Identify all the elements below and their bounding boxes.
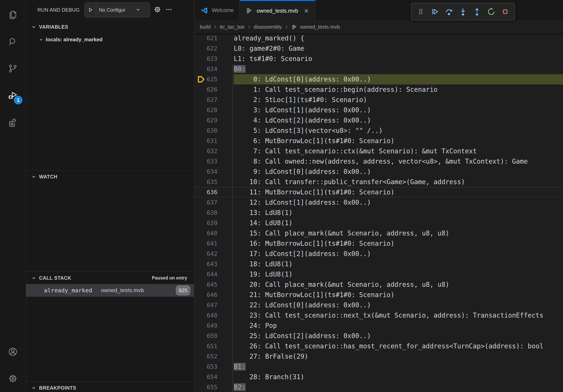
restart-button[interactable] [485,5,498,18]
gutter: 646 [195,290,234,300]
activity-item-search[interactable] [0,28,26,55]
gutter: 639 [195,218,234,228]
code-line-644[interactable]: 644 19: LdU8(1) [195,269,563,279]
line-number: 626 [207,84,218,95]
activity-item-files[interactable] [0,1,26,28]
activity-item-account[interactable] [0,338,26,365]
more-actions-icon[interactable] [165,6,173,14]
tab-welcome[interactable]: Welcome [195,0,240,21]
code-rows: 621already_marked() {622L0: game#2#0: Ga… [195,33,563,392]
line-number: 624 [207,64,218,74]
breadcrumb-item[interactable]: tic_tac_toe [220,24,245,30]
close-icon[interactable] [303,8,309,14]
gripper-handle[interactable] [414,5,427,18]
breakpoints-section-header[interactable]: BREAKPOINTS [26,381,194,392]
code-line-635[interactable]: 635 10: Call transfer::public_transfer<G… [195,177,563,187]
code-line-text: 4: LdConst[2](address: 0x00..) [234,115,563,126]
code-line-646[interactable]: 646 21: MutBorrowLoc[1](ts#1#0: Scenario… [195,290,563,300]
code-line-650[interactable]: 650 25: LdConst[2](address: 0x00..) [195,331,563,341]
code-line-text: 0: LdConst[0](address: 0x00..) [234,74,563,84]
search-icon [8,37,18,47]
code-line-636[interactable]: 636 11: MutBorrowLoc[1](ts#1#0: Scenario… [195,187,563,197]
step-over-button[interactable] [443,5,455,18]
code-line-647[interactable]: 647 22: LdConst[0](address: 0x00..) [195,300,563,310]
line-number: 651 [207,341,218,351]
code-line-653[interactable]: 653B1: [195,362,563,372]
code-line-text: 9: LdConst[0](address: 0x00..) [234,167,563,177]
gutter: 624 [195,64,234,74]
code-line-645[interactable]: 645 20: Call place_mark(&mut Scenario, a… [195,279,563,290]
code-line-623[interactable]: 623L1: ts#1#0: Scenario [195,54,563,64]
chevron-right-icon [283,24,289,30]
watch-section-label: WATCH [39,174,57,180]
code-line-652[interactable]: 652 27: BrFalse(29) [195,351,563,362]
variables-locals-scope[interactable]: locals: already_marked [26,33,194,46]
gutter: 623 [195,54,234,64]
activity-item-debug[interactable]: 1 [0,82,26,109]
gutter: 622 [195,43,234,54]
debug-settings-gear-icon[interactable] [154,6,161,14]
code-line-text: 20: Call place_mark(&mut Scenario, addre… [234,279,563,290]
activity-item-settings-gear[interactable] [0,365,26,392]
start-debug-icon[interactable] [85,3,96,17]
code-line-626[interactable]: 626 1: Call test_scenario::begin(address… [195,84,563,95]
watch-section-header[interactable]: WATCH [26,170,194,183]
block-label: B0: [234,65,246,73]
gutter: 645 [195,279,234,290]
gutter: 631 [195,136,234,146]
gutter: 641 [195,238,234,249]
code-line-text: 19: LdU8(1) [234,269,563,279]
code-line-648[interactable]: 648 23: Call test_scenario::next_tx(&mut… [195,310,563,321]
tab-owned-tests-mvb[interactable]: owned_tests.mvb [240,0,315,21]
code-line-621[interactable]: 621already_marked() { [195,33,563,43]
debug-config-dropdown[interactable]: No Configur [84,2,150,17]
code-editor[interactable]: 621already_marked() {622L0: game#2#0: Ga… [195,33,563,392]
activity-item-extensions[interactable] [0,109,26,136]
code-line-639[interactable]: 639 14: LdU8(1) [195,218,563,228]
step-out-button[interactable] [471,5,483,18]
line-number: 649 [207,321,218,331]
call-stack-frame[interactable]: already_marked owned_tests.mvb 625 [26,284,194,297]
code-line-649[interactable]: 649 24: Pop [195,321,563,331]
breadcrumb-item[interactable]: owned_tests.mvb [300,24,340,30]
code-line-654[interactable]: 654 28: Branch(31) [195,372,563,382]
code-line-643[interactable]: 643 18: LdU8(1) [195,259,563,269]
code-line-628[interactable]: 628 3: LdConst[1](address: 0x00..) [195,105,563,115]
code-line-655[interactable]: 655B2: [195,382,563,392]
variables-section-header[interactable]: VARIABLES [26,21,194,33]
code-line-627[interactable]: 627 2: StLoc[1](ts#1#0: Scenario) [195,95,563,105]
code-line-633[interactable]: 633 8: Call owned::new(address, address,… [195,156,563,167]
stop-button[interactable] [499,5,512,18]
step-into-button[interactable] [457,5,469,18]
line-number: 629 [207,115,218,126]
code-line-625[interactable]: 625 0: LdConst[0](address: 0x00..) [195,74,563,84]
call-stack-section-header[interactable]: CALL STACK Paused on entry [26,271,194,284]
code-line-631[interactable]: 631 6: MutBorrowLoc[1](ts#1#0: Scenario) [195,136,563,146]
chevron-down-icon [135,6,142,13]
code-line-640[interactable]: 640 15: Call place_mark(&mut Scenario, a… [195,228,563,238]
code-line-text: 5: LdConst[3](vector<u8>: "" /..) [234,126,563,136]
chevron-down-icon [31,384,38,391]
sidebar-header: RUN AND DEBUG No Configur [26,0,194,20]
code-line-624[interactable]: 624B0: [195,64,563,74]
code-line-637[interactable]: 637 12: LdConst[1](address: 0x00..) [195,197,563,208]
call-stack-section-label: CALL STACK [39,275,71,281]
code-line-638[interactable]: 638 13: LdU8(1) [195,208,563,218]
code-line-641[interactable]: 641 16: MutBorrowLoc[1](ts#1#0: Scenario… [195,238,563,249]
breadcrumb-item[interactable]: disassembly [254,24,282,30]
files-icon [8,10,18,20]
code-line-629[interactable]: 629 4: LdConst[2](address: 0x00..) [195,115,563,126]
code-line-622[interactable]: 622L0: game#2#0: Game [195,43,563,54]
code-line-634[interactable]: 634 9: LdConst[0](address: 0x00..) [195,167,563,177]
continue-button[interactable] [428,5,441,18]
activity-item-source-control[interactable] [0,55,26,82]
code-line-630[interactable]: 630 5: LdConst[3](vector<u8>: "" /..) [195,126,563,136]
code-line-632[interactable]: 632 7: Call test_scenario::ctx(&mut Scen… [195,146,563,156]
code-line-text: 11: MutBorrowLoc[1](ts#1#0: Scenario) [234,187,563,197]
breadcrumb-item[interactable]: build [200,24,211,30]
gutter: 625 [195,74,234,84]
code-line-642[interactable]: 642 17: LdConst[2](address: 0x00..) [195,249,563,259]
line-number: 650 [207,331,218,341]
line-number: 647 [207,300,218,310]
code-line-651[interactable]: 651 26: Call test_scenario::has_most_rec… [195,341,563,351]
